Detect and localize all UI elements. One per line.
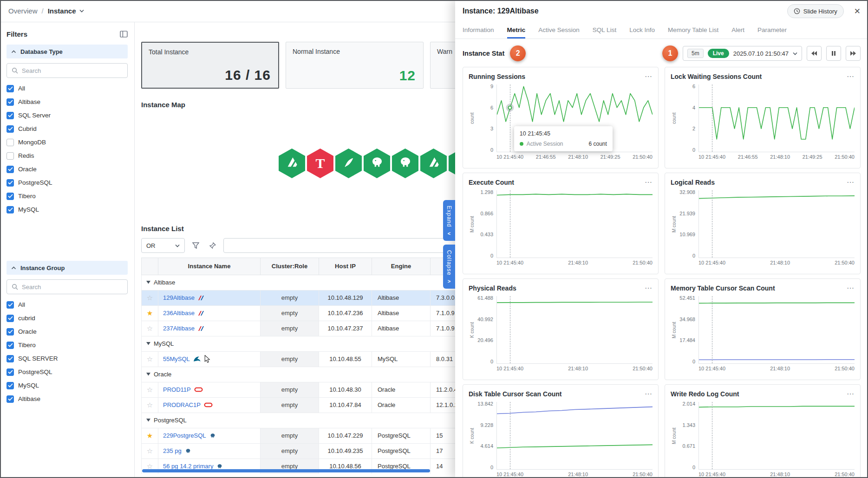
instance-link[interactable]: 55MySQL [163, 355, 190, 362]
search-input[interactable] [22, 67, 123, 74]
checkbox-checked[interactable] [7, 382, 14, 389]
filter-option-sql-server[interactable]: SQL SERVER [7, 352, 128, 365]
checkbox-checked[interactable] [7, 315, 14, 322]
interval-chip[interactable]: 5m [687, 49, 704, 58]
checkbox-checked[interactable] [7, 328, 14, 336]
tab-sql-list[interactable]: SQL List [593, 22, 616, 39]
chart-menu-button[interactable]: ⋯ [847, 389, 855, 398]
chart-plot[interactable] [698, 296, 855, 364]
filter-option-oracle[interactable]: Oracle [7, 162, 128, 176]
star-outline-icon[interactable]: ☆ [147, 294, 153, 302]
instance-link[interactable]: 236Altibase [163, 310, 195, 317]
hexagon-altibase[interactable] [279, 149, 305, 178]
fast-forward-button[interactable] [846, 46, 861, 61]
checkbox-checked[interactable] [7, 98, 14, 106]
checkbox-checked[interactable] [7, 368, 14, 376]
checkbox-checked[interactable] [7, 193, 14, 200]
filter-section-header-instance-group[interactable]: Instance Group [7, 261, 128, 275]
hexagon-postgresql[interactable] [392, 149, 418, 178]
search-input[interactable] [22, 284, 123, 291]
filter-option-mysql[interactable]: MySQL [7, 379, 128, 392]
chart-plot[interactable] [698, 402, 855, 470]
instance-link[interactable]: 235 pg [163, 447, 182, 454]
star-outline-icon[interactable]: ☆ [147, 355, 153, 363]
hexagon-altibase[interactable] [420, 149, 447, 178]
star-outline-icon[interactable]: ☆ [147, 447, 153, 455]
column-header[interactable] [142, 258, 158, 275]
tab-information[interactable]: Information [463, 22, 494, 39]
star-filled-icon[interactable]: ★ [147, 432, 153, 439]
collapse-panel-icon[interactable] [120, 31, 128, 38]
filter-option-altibase[interactable]: Altibase [7, 95, 128, 109]
star-outline-icon[interactable]: ☆ [147, 401, 153, 409]
star-outline-icon[interactable]: ☆ [147, 324, 153, 332]
filter-option-cubrid[interactable]: Cubrid [7, 122, 128, 136]
checkbox-checked[interactable] [7, 206, 14, 213]
filter-condition-input[interactable] [223, 238, 466, 253]
close-icon[interactable]: ✕ [854, 6, 861, 16]
time-range-picker[interactable]: 5m Live 2025.07.10 21:50:47 [683, 46, 802, 61]
slide-history-button[interactable]: Slide History [787, 4, 844, 18]
filter-option-oracle[interactable]: Oracle [7, 325, 128, 338]
hexagon-tibero[interactable]: T [307, 149, 333, 178]
instance-link[interactable]: 56 pg 14.2 primary [163, 463, 213, 470]
checkbox-checked[interactable] [7, 179, 14, 187]
filter-option-mysql[interactable]: MySQL [7, 203, 128, 216]
instance-link[interactable]: PROD11P [163, 386, 191, 393]
summary-card-normal-instance[interactable]: Normal Instance12 [286, 42, 424, 89]
chart-plot[interactable] [698, 84, 855, 152]
column-header-instance-name[interactable]: Instance Name [158, 258, 261, 275]
checkbox-checked[interactable] [7, 355, 14, 362]
filter-option-all[interactable]: All [7, 298, 128, 311]
filter-option-altibase[interactable]: Altibase [7, 392, 128, 406]
filter-option-postgresql[interactable]: PostgreSQL [7, 176, 128, 189]
hexagon-cubrid[interactable] [335, 149, 362, 178]
chart-plot[interactable] [496, 190, 653, 258]
checkbox-checked[interactable] [7, 342, 14, 349]
instance-link[interactable]: 229PostgreSQL [163, 432, 206, 439]
operator-select[interactable]: OR [141, 238, 185, 253]
checkbox-checked[interactable] [7, 85, 14, 92]
star-outline-icon[interactable]: ☆ [147, 462, 153, 470]
summary-card-total-instance[interactable]: Total Instance16 / 16 [141, 42, 279, 89]
filter-option-postgresql[interactable]: PostgreSQL [7, 365, 128, 379]
chart-menu-button[interactable]: ⋯ [847, 72, 855, 81]
chart-plot[interactable] [496, 402, 653, 470]
tab-alert[interactable]: Alert [731, 22, 744, 39]
chart-plot[interactable] [698, 190, 855, 258]
instance-link[interactable]: 237Altibase [163, 325, 195, 332]
filter-funnel-icon[interactable] [189, 239, 202, 252]
filter-section-header-database-type[interactable]: Database Type [7, 45, 128, 58]
chart-menu-button[interactable]: ⋯ [645, 389, 653, 398]
chart-plot[interactable]: 10 21:45:45Active Session6 count [496, 84, 653, 152]
filter-option-mongodb[interactable]: MongoDB [7, 136, 128, 149]
star-filled-icon[interactable]: ★ [147, 309, 153, 317]
checkbox-checked[interactable] [7, 301, 14, 309]
checkbox-unchecked[interactable] [7, 152, 14, 160]
breadcrumb-instance[interactable]: Instance [48, 7, 84, 15]
breadcrumb-overview[interactable]: Overview [8, 7, 38, 15]
checkbox-unchecked[interactable] [7, 139, 14, 146]
tab-memory-table-list[interactable]: Memory Table List [668, 22, 718, 39]
filter-option-cubrid[interactable]: cubrid [7, 311, 128, 325]
instance-link[interactable]: 129Altibase [163, 294, 195, 301]
checkbox-checked[interactable] [7, 395, 14, 403]
instance-link[interactable]: PRODRAC1P [163, 401, 201, 408]
rewind-button[interactable] [807, 46, 822, 61]
chart-menu-button[interactable]: ⋯ [847, 178, 855, 187]
column-header-engine[interactable]: Engine [372, 258, 431, 275]
filter-option-tibero[interactable]: Tibero [7, 189, 128, 203]
pause-button[interactable] [826, 46, 841, 61]
column-header-cluster-role[interactable]: Cluster:Role [261, 258, 319, 275]
chart-menu-button[interactable]: ⋯ [645, 72, 653, 81]
tab-lock-info[interactable]: Lock Info [629, 22, 655, 39]
chart-menu-button[interactable]: ⋯ [645, 178, 653, 187]
filter-option-sql-server[interactable]: SQL Server [7, 109, 128, 122]
horizontal-scrollbar[interactable] [142, 469, 430, 472]
chart-plot[interactable] [496, 296, 653, 364]
star-outline-icon[interactable]: ☆ [147, 386, 153, 394]
filter-option-redis[interactable]: Redis [7, 149, 128, 162]
tab-parameter[interactable]: Parameter [757, 22, 787, 39]
tab-metric[interactable]: Metric [507, 22, 526, 39]
tab-active-session[interactable]: Active Session [538, 22, 580, 39]
